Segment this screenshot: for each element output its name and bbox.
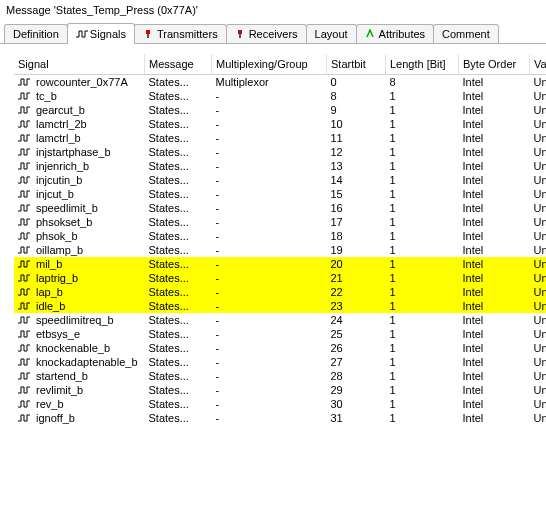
cell-message: States... [145, 341, 212, 355]
table-row[interactable]: speedlimit_bStates...-161IntelUnsigned [14, 201, 546, 215]
signal-icon [18, 371, 32, 381]
tab-definition[interactable]: Definition [4, 24, 68, 43]
table-row[interactable]: injcutin_bStates...-141IntelUnsigned [14, 173, 546, 187]
cell-length: 1 [386, 285, 459, 299]
table-row[interactable]: laptrig_bStates...-211IntelUnsigned [14, 271, 546, 285]
cell-message: States... [145, 131, 212, 145]
cell-signal: knockenable_b [14, 341, 145, 355]
tab-label: Definition [13, 28, 59, 40]
cell-byteorder: Intel [459, 159, 530, 173]
table-row[interactable]: phsok_bStates...-181IntelUnsigned [14, 229, 546, 243]
cell-valuetype: Unsigned [530, 89, 547, 103]
cell-byteorder: Intel [459, 271, 530, 285]
table-row[interactable]: lamctrl_bStates...-111IntelUnsigned [14, 131, 546, 145]
signal-icon [18, 133, 32, 143]
cell-byteorder: Intel [459, 355, 530, 369]
cell-mux: - [212, 327, 327, 341]
table-row[interactable]: oillamp_bStates...-191IntelUnsigned [14, 243, 546, 257]
tab-signals[interactable]: Signals [67, 23, 135, 44]
cell-signal: phsok_b [14, 229, 145, 243]
table-row[interactable]: injenrich_bStates...-131IntelUnsigned [14, 159, 546, 173]
cell-signal: knockadaptenable_b [14, 355, 145, 369]
cell-mux: - [212, 355, 327, 369]
cell-startbit: 0 [327, 75, 386, 90]
attributes-icon [365, 29, 375, 39]
cell-mux: - [212, 271, 327, 285]
col-header-startbit[interactable]: Startbit [327, 54, 386, 75]
cell-valuetype: Unsigned [530, 271, 547, 285]
tab-layout[interactable]: Layout [306, 24, 357, 43]
cell-length: 1 [386, 369, 459, 383]
signal-name: ignoff_b [36, 412, 75, 424]
signal-name: rowcounter_0x77A [36, 76, 128, 88]
cell-startbit: 9 [327, 103, 386, 117]
cell-length: 1 [386, 243, 459, 257]
cell-message: States... [145, 117, 212, 131]
tab-attributes[interactable]: Attributes [356, 24, 434, 43]
signal-icon [18, 161, 32, 171]
table-row[interactable]: revlimit_bStates...-291IntelUnsigned [14, 383, 546, 397]
cell-startbit: 22 [327, 285, 386, 299]
cell-byteorder: Intel [459, 131, 530, 145]
table-row[interactable]: rowcounter_0x77AStates...Multiplexor08In… [14, 75, 546, 90]
cell-signal: injstartphase_b [14, 145, 145, 159]
cell-signal: lamctrl_2b [14, 117, 145, 131]
cell-valuetype: Unsigned [530, 215, 547, 229]
table-row[interactable]: knockadaptenable_bStates...-271IntelUnsi… [14, 355, 546, 369]
table-row[interactable]: ignoff_bStates...-311IntelUnsigned [14, 411, 546, 425]
cell-length: 1 [386, 145, 459, 159]
table-row[interactable]: gearcut_bStates...-91IntelUnsigned [14, 103, 546, 117]
cell-mux: - [212, 187, 327, 201]
tab-strip: Definition Signals Transmitters Receiver… [0, 22, 546, 44]
cell-length: 1 [386, 229, 459, 243]
receiver-icon [235, 29, 245, 39]
tab-transmitters[interactable]: Transmitters [134, 24, 227, 43]
col-header-length[interactable]: Length [Bit] [386, 54, 459, 75]
table-row[interactable]: rev_bStates...-301IntelUnsigned [14, 397, 546, 411]
cell-valuetype: Unsigned [530, 117, 547, 131]
cell-length: 1 [386, 341, 459, 355]
cell-startbit: 13 [327, 159, 386, 173]
table-row[interactable]: etbsys_eStates...-251IntelUnsigned [14, 327, 546, 341]
cell-byteorder: Intel [459, 257, 530, 271]
col-header-valuetype[interactable]: Value Type [530, 54, 547, 75]
tab-label: Receivers [249, 28, 298, 40]
tab-label: Transmitters [157, 28, 218, 40]
table-row[interactable]: tc_bStates...-81IntelUnsigned [14, 89, 546, 103]
cell-signal: etbsys_e [14, 327, 145, 341]
cell-mux: - [212, 117, 327, 131]
signal-name: tc_b [36, 90, 57, 102]
signal-icon [18, 175, 32, 185]
signal-name: lamctrl_2b [36, 118, 87, 130]
table-row[interactable]: lap_bStates...-221IntelUnsigned [14, 285, 546, 299]
table-row[interactable]: mil_bStates...-201IntelUnsigned [14, 257, 546, 271]
col-header-message[interactable]: Message [145, 54, 212, 75]
signal-icon [18, 357, 32, 367]
table-row[interactable]: knockenable_bStates...-261IntelUnsigned [14, 341, 546, 355]
col-header-signal[interactable]: Signal [14, 54, 145, 75]
cell-startbit: 28 [327, 369, 386, 383]
signal-name: startend_b [36, 370, 88, 382]
cell-startbit: 23 [327, 299, 386, 313]
cell-valuetype: Unsigned [530, 313, 547, 327]
signal-name: phsokset_b [36, 216, 92, 228]
table-row[interactable]: lamctrl_2bStates...-101IntelUnsigned [14, 117, 546, 131]
svg-rect-0 [146, 30, 150, 34]
table-row[interactable]: startend_bStates...-281IntelUnsigned [14, 369, 546, 383]
cell-message: States... [145, 313, 212, 327]
cell-signal: lamctrl_b [14, 131, 145, 145]
cell-length: 1 [386, 271, 459, 285]
table-row[interactable]: injcut_bStates...-151IntelUnsigned [14, 187, 546, 201]
col-header-mux[interactable]: Multiplexing/Group [212, 54, 327, 75]
table-row[interactable]: idle_bStates...-231IntelUnsigned [14, 299, 546, 313]
table-row[interactable]: phsokset_bStates...-171IntelUnsigned [14, 215, 546, 229]
cell-length: 1 [386, 383, 459, 397]
cell-length: 1 [386, 397, 459, 411]
table-row[interactable]: injstartphase_bStates...-121IntelUnsigne… [14, 145, 546, 159]
col-header-byteorder[interactable]: Byte Order [459, 54, 530, 75]
tab-receivers[interactable]: Receivers [226, 24, 307, 43]
table-row[interactable]: speedlimitreq_bStates...-241IntelUnsigne… [14, 313, 546, 327]
cell-length: 1 [386, 173, 459, 187]
cell-byteorder: Intel [459, 187, 530, 201]
tab-comment[interactable]: Comment [433, 24, 499, 43]
